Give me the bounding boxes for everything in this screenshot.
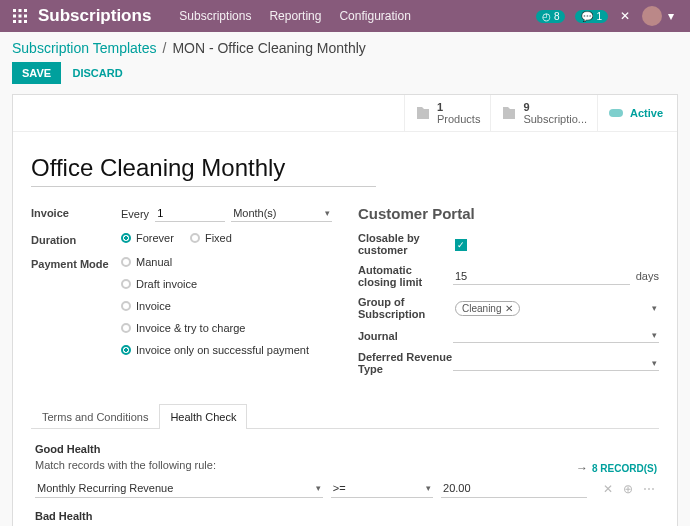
good-field-select[interactable]: Monthly Recurring Revenue▾ (35, 479, 323, 498)
radio-icon (121, 233, 131, 243)
duration-forever[interactable]: Forever (121, 232, 174, 244)
toggle-icon (608, 105, 624, 121)
autoclose-label: Automatic closing limit (358, 264, 453, 288)
svg-rect-7 (19, 20, 22, 23)
svg-rect-8 (24, 20, 27, 23)
svg-rect-2 (24, 9, 27, 12)
payment-draft-invoice[interactable]: Draft invoice (121, 278, 332, 290)
close-icon[interactable]: ✕ (618, 9, 632, 23)
deferred-label: Deferred Revenue Type (358, 351, 453, 375)
breadcrumb-current: MON - Office Cleaning Monthly (172, 40, 365, 56)
nav-reporting[interactable]: Reporting (269, 9, 321, 23)
svg-rect-6 (13, 20, 16, 23)
chevron-down-icon: ▾ (652, 358, 657, 368)
group-chip[interactable]: Cleaning✕ (455, 301, 520, 316)
autoclose-unit: days (636, 270, 659, 282)
stat-subscriptions[interactable]: 9 Subscriptio... (490, 95, 597, 131)
payment-invoice-on-success[interactable]: Invoice only on successful payment (121, 344, 332, 356)
template-title-input[interactable] (31, 150, 376, 187)
tab-content-health: Good Health Match records with the follo… (31, 429, 659, 526)
good-val-input[interactable]: 20.00 (441, 479, 587, 498)
message-badge[interactable]: 💬 1 (575, 10, 608, 23)
stat-products[interactable]: 1 Products (404, 95, 490, 131)
chevron-down-icon: ▾ (325, 208, 330, 218)
svg-rect-1 (19, 9, 22, 12)
close-icon[interactable]: ✕ (505, 303, 513, 314)
radio-icon (121, 323, 131, 333)
book-icon (415, 105, 431, 121)
svg-rect-0 (13, 9, 16, 12)
nav-configuration[interactable]: Configuration (339, 9, 410, 23)
more-icon[interactable]: ⋯ (643, 482, 655, 496)
closable-label: Closable by customer (358, 232, 453, 256)
breadcrumb-sep: / (162, 40, 166, 56)
delete-rule-icon[interactable]: ✕ (603, 482, 613, 496)
chevron-down-icon[interactable]: ▾ (652, 303, 657, 313)
nav-subscriptions[interactable]: Subscriptions (179, 9, 251, 23)
duration-fixed[interactable]: Fixed (190, 232, 232, 244)
chevron-down-icon: ▾ (316, 483, 321, 493)
add-rule-icon[interactable]: ⊕ (623, 482, 633, 496)
breadcrumb-parent[interactable]: Subscription Templates (12, 40, 156, 56)
chevron-down-icon: ▾ (426, 483, 431, 493)
actions-row: SAVE DISCARD (0, 62, 690, 94)
customer-portal-heading: Customer Portal (358, 205, 659, 222)
radio-icon (121, 345, 131, 355)
svg-rect-3 (13, 15, 16, 18)
breadcrumb: Subscription Templates / MON - Office Cl… (0, 32, 690, 62)
good-op-select[interactable]: >=▾ (331, 479, 433, 498)
payment-manual[interactable]: Manual (121, 256, 332, 268)
app-brand[interactable]: Subscriptions (38, 6, 151, 26)
chevron-down-icon[interactable]: ▾ (664, 9, 678, 23)
journal-select[interactable]: ▾ (453, 328, 659, 343)
good-health-sub: Match records with the following rule: (33, 459, 576, 471)
apps-icon[interactable] (12, 8, 28, 24)
radio-icon (121, 279, 131, 289)
good-health-title: Good Health (33, 443, 657, 455)
arrow-right-icon: → (576, 461, 588, 475)
payment-invoice[interactable]: Invoice (121, 300, 332, 312)
tab-health-check[interactable]: Health Check (159, 404, 247, 429)
closable-checkbox[interactable]: ✓ (455, 239, 467, 251)
save-button[interactable]: SAVE (12, 62, 61, 84)
book-icon (501, 105, 517, 121)
radio-icon (121, 257, 131, 267)
tab-terms[interactable]: Terms and Conditions (31, 404, 159, 429)
discard-button[interactable]: DISCARD (72, 67, 122, 79)
chat-icon: 💬 (581, 11, 593, 22)
every-value-input[interactable] (155, 205, 225, 222)
payment-mode-label: Payment Mode (31, 256, 121, 270)
form-card: 1 Products 9 Subscriptio... Active Invoi… (12, 94, 678, 526)
avatar[interactable] (642, 6, 662, 26)
journal-label: Journal (358, 330, 453, 342)
invoice-label: Invoice (31, 205, 121, 219)
activity-badge[interactable]: ◴ 8 (536, 10, 566, 23)
good-records-link[interactable]: 8 RECORD(S) (592, 463, 657, 474)
every-label: Every (121, 208, 149, 220)
every-unit-select[interactable]: Month(s) ▾ (231, 205, 332, 222)
autoclose-input[interactable]: 15 (453, 268, 630, 285)
stat-active[interactable]: Active (597, 95, 677, 131)
top-navbar: Subscriptions Subscriptions Reporting Co… (0, 0, 690, 32)
deferred-select[interactable]: ▾ (453, 356, 659, 371)
stat-row: 1 Products 9 Subscriptio... Active (13, 95, 677, 132)
bad-health-title: Bad Health (33, 510, 657, 522)
payment-invoice-try-charge[interactable]: Invoice & try to charge (121, 322, 332, 334)
radio-icon (190, 233, 200, 243)
radio-icon (121, 301, 131, 311)
group-label: Group of Subscription (358, 296, 453, 320)
svg-rect-9 (609, 109, 623, 117)
chevron-down-icon: ▾ (652, 330, 657, 340)
svg-rect-5 (24, 15, 27, 18)
duration-label: Duration (31, 232, 121, 246)
svg-rect-4 (19, 15, 22, 18)
tabs: Terms and Conditions Health Check (31, 403, 659, 429)
clock-icon: ◴ (542, 11, 551, 22)
